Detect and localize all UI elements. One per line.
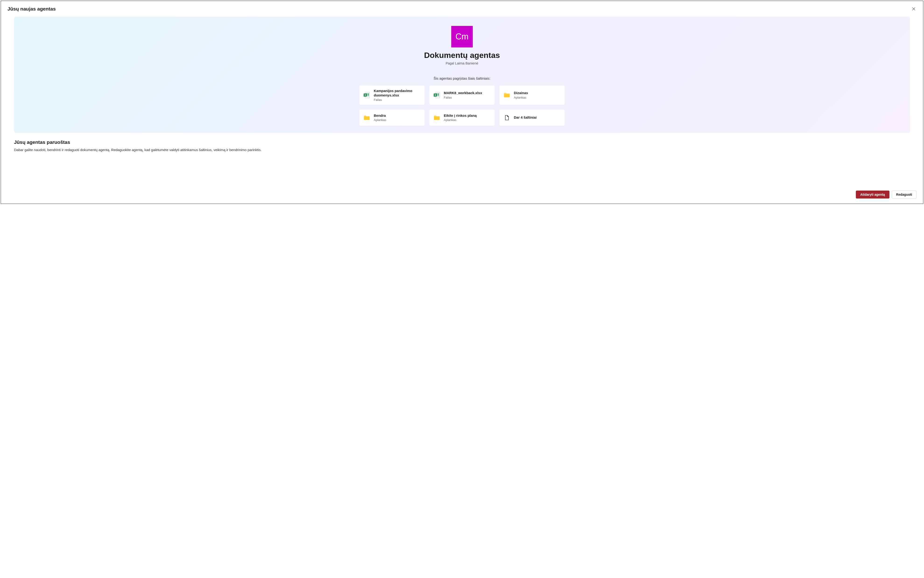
dialog-header: Jūsų naujas agentas <box>8 6 916 12</box>
source-type: Aplankas <box>514 96 528 99</box>
source-info: Bendra Aplankas <box>374 114 386 122</box>
dialog-footer: Atidaryti agentą Redaguoti <box>8 186 916 198</box>
source-name: MARK8_workback.xlsx <box>444 91 482 95</box>
source-info: Dar 4 šaltiniai <box>514 115 537 120</box>
ready-section: Jūsų agentas paruoštas Dabar galite naud… <box>14 140 910 152</box>
source-card[interactable]: Kampanijos pardavimo duomenys.xlsx Faila… <box>359 86 425 105</box>
source-card[interactable]: Bendra Aplankas <box>359 110 425 126</box>
folder-icon <box>503 91 511 99</box>
source-info: Dizainas Aplankas <box>514 91 528 99</box>
folder-icon <box>433 114 441 122</box>
open-agent-button[interactable]: Atidaryti agentą <box>856 191 890 198</box>
source-card[interactable]: Eikite į rinkos planą Aplankas <box>429 110 495 126</box>
svg-rect-16 <box>438 96 439 96</box>
source-card[interactable]: Dizainas Aplankas <box>499 86 565 105</box>
source-name: Dizainas <box>514 91 528 95</box>
source-name: Kampanijos pardavimo duomenys.xlsx <box>374 89 421 97</box>
source-name: Eikite į rinkos planą <box>444 114 477 118</box>
close-button[interactable] <box>911 6 916 12</box>
agent-author-prefix: Pagal <box>446 62 455 65</box>
source-card[interactable]: MARK8_workback.xlsx Failas <box>429 86 495 105</box>
source-type: Failas <box>374 98 421 102</box>
edit-button[interactable]: Redaguoti <box>892 191 916 198</box>
source-info: Eikite į rinkos planą Aplankas <box>444 114 477 122</box>
source-info: MARK8_workback.xlsx Failas <box>444 91 482 99</box>
svg-rect-8 <box>368 96 369 96</box>
excel-icon <box>433 91 441 99</box>
sources-grid: Kampanijos pardavimo duomenys.xlsx Faila… <box>359 86 565 126</box>
dialog-title: Jūsų naujas agentas <box>8 6 56 12</box>
excel-icon <box>363 91 371 99</box>
agent-author-name: Laima Banienė <box>455 61 478 65</box>
source-type: Failas <box>444 96 482 99</box>
sources-label: Šis agentas pagrįstas šiais šaltiniais: <box>433 76 490 80</box>
source-type: Aplankas <box>374 118 386 122</box>
svg-rect-14 <box>438 94 439 95</box>
file-icon <box>503 114 511 122</box>
svg-rect-12 <box>438 93 439 94</box>
dialog: Jūsų naujas agentas Cm Dokumentų agentas… <box>1 1 923 204</box>
source-card-more[interactable]: Dar 4 šaltiniai <box>499 110 565 126</box>
svg-rect-4 <box>368 93 369 94</box>
source-name: Bendra <box>374 114 386 118</box>
svg-rect-6 <box>368 94 369 95</box>
source-info: Kampanijos pardavimo duomenys.xlsx Faila… <box>374 89 421 102</box>
folder-icon <box>363 114 371 122</box>
source-type: Aplankas <box>444 118 477 122</box>
agent-avatar: Cm <box>451 26 473 47</box>
ready-title: Jūsų agentas paruoštas <box>14 140 910 145</box>
close-icon <box>912 7 916 11</box>
agent-author: Pagal Laima Banienė <box>446 61 478 65</box>
hero-panel: Cm Dokumentų agentas Pagal Laima Banienė… <box>14 16 910 133</box>
agent-name: Dokumentų agentas <box>424 51 500 60</box>
source-name: Dar 4 šaltiniai <box>514 115 537 120</box>
ready-description: Dabar galite naudoti, bendrinti ir redag… <box>14 147 910 152</box>
